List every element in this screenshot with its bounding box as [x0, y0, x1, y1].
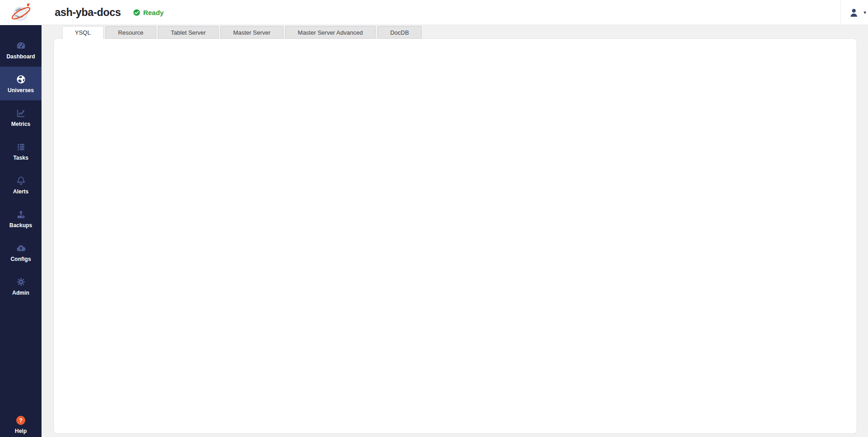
sidebar-item-dashboard[interactable]: Dashboard	[0, 33, 42, 67]
user-menu[interactable]: ▾	[840, 0, 868, 25]
sidebar-item-alerts[interactable]: Alerts	[0, 168, 42, 202]
sidebar-item-admin[interactable]: Admin	[0, 269, 42, 303]
tab-docdb[interactable]: DocDB	[377, 26, 422, 39]
sidebar-item-backups[interactable]: Backups	[0, 202, 42, 235]
status-text: Ready	[143, 9, 164, 16]
configs-cloud-icon	[16, 243, 26, 254]
sidebar-item-label: Universes	[8, 87, 34, 94]
metrics-icon	[16, 108, 26, 119]
tab-master-server[interactable]: Master Server	[220, 26, 283, 39]
help-icon: ?	[15, 415, 26, 426]
sidebar-item-label: Configs	[10, 256, 31, 262]
universe-globe-icon	[16, 74, 26, 85]
sidebar-item-configs[interactable]: Configs	[0, 235, 42, 269]
tab-ysql[interactable]: YSQL	[62, 26, 104, 39]
svg-text:?: ?	[19, 417, 23, 424]
sidebar-item-label: Tasks	[13, 155, 28, 161]
universe-title: ash-yba-docs	[55, 6, 121, 19]
planet-rocket-logo-icon	[10, 1, 32, 24]
status-badge: Ready	[133, 9, 164, 16]
admin-gear-icon	[16, 276, 26, 287]
sidebar-item-metrics[interactable]: Metrics	[0, 100, 42, 134]
sidebar-item-label: Dashboard	[6, 53, 35, 60]
dashboard-icon	[16, 40, 26, 51]
tab-master-server-advanced[interactable]: Master Server Advanced	[285, 26, 376, 39]
header: ash-yba-docs Ready ▾	[42, 0, 868, 25]
tab-resource[interactable]: Resource	[105, 26, 157, 39]
tab-tablet-server[interactable]: Tablet Server	[158, 26, 219, 39]
metrics-tabbar: YSQLResourceTablet ServerMaster ServerMa…	[62, 26, 422, 39]
user-icon	[848, 7, 860, 19]
sidebar: DashboardUniversesMetricsTasksAlertsBack…	[0, 0, 42, 437]
chevron-down-icon: ▾	[863, 10, 866, 16]
sidebar-item-label: Help	[15, 428, 26, 434]
sidebar-item-tasks[interactable]: Tasks	[0, 134, 42, 168]
sidebar-item-label: Backups	[9, 222, 32, 229]
sidebar-item-help[interactable]: ? Help	[0, 415, 42, 434]
alerts-bell-icon	[16, 175, 26, 186]
tasks-icon	[16, 141, 26, 152]
metrics-card	[53, 38, 857, 434]
check-circle-icon	[133, 9, 141, 16]
app-logo[interactable]	[0, 0, 42, 25]
sidebar-item-universes[interactable]: Universes	[0, 67, 42, 100]
backups-icon	[16, 209, 26, 220]
sidebar-item-label: Metrics	[11, 121, 30, 127]
sidebar-nav: DashboardUniversesMetricsTasksAlertsBack…	[0, 33, 42, 303]
sidebar-item-label: Admin	[12, 290, 29, 296]
sidebar-item-label: Alerts	[13, 188, 28, 195]
